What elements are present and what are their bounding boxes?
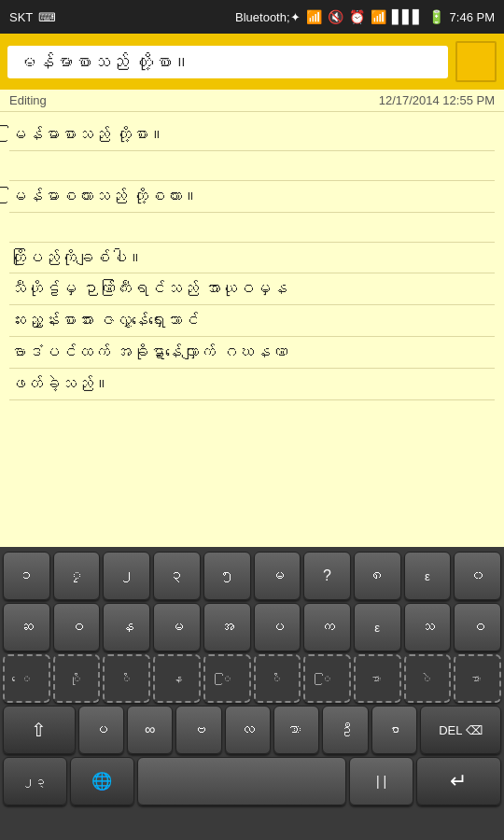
note-area: Editing 12/17/2014 12:55 PM မြန်မာစာသည် … [0, 90, 504, 547]
keyboard: ၁ ၠ ၂ ၃ ၅ မ ? ၈ ε ၀ ဆ ဝ န မ အ ပ က ε သ ဝ … [0, 547, 504, 840]
status-left: SKT ⌨ [9, 10, 56, 24]
editing-status: Editing [9, 93, 47, 107]
keyboard-row-5: ၂၃ 🌐 | | ↵ [3, 757, 501, 805]
num-switch-key[interactable]: ၂၃ [3, 757, 67, 805]
battery-icon: 🔋 [428, 9, 444, 24]
keyboard-row-1: ၁ ၠ ၂ ၃ ၅ မ ? ၈ ε ၀ [3, 552, 501, 600]
key-u[interactable]: ဦ [322, 706, 368, 754]
key-pa2[interactable]: ပ [78, 706, 124, 754]
pipe-key[interactable]: | | [349, 757, 413, 805]
note-line: မြန်မာစာသည် တို့စာ။ [9, 119, 495, 151]
key-mod-ra[interactable]: ြ [203, 654, 251, 703]
key-aa3[interactable]: ာ [273, 706, 319, 754]
enter-key[interactable]: ↵ [416, 757, 501, 805]
key-0[interactable]: ၀ [454, 552, 501, 600]
note-line: သီဟိုဠ်မှ ဉာဏ်ကြီးရင်သည် အာယုဝမှန [9, 273, 495, 305]
key-mod-n[interactable]: န [153, 654, 201, 703]
color-swatch[interactable] [455, 41, 497, 82]
note-line: ဆေးညွှန်းစာအား ဇလွှန်ရှေးဘောင် [9, 305, 495, 337]
alarm-icon: ⏰ [349, 9, 365, 24]
note-datetime: 12/17/2014 12:55 PM [379, 93, 495, 107]
key-wa[interactable]: ဝ [53, 603, 101, 651]
key-a[interactable]: အ [203, 603, 251, 651]
key-mod-i[interactable]: ိ [103, 654, 150, 703]
key-mod-ui[interactable]: ို [53, 654, 101, 703]
key-ka[interactable]: က [303, 603, 351, 651]
signal-icon: ▋▋▋ [392, 9, 423, 24]
note-line: ဗာဒံပင်ထက် အခိုဋာန်လျှောက် ဂဃနဏ [9, 337, 495, 369]
shift-key[interactable]: ⇧ [3, 706, 76, 754]
key-mod-e[interactable]: ေ [3, 654, 50, 703]
keyboard-icon: ⌨ [38, 10, 56, 24]
key-8[interactable]: ၈ [354, 552, 401, 600]
key-c[interactable]: ε [354, 603, 401, 651]
note-meta: Editing 12/17/2014 12:55 PM [0, 90, 504, 112]
note-line [9, 213, 495, 243]
status-right: Bluetooth;✦ 📶 🔇 ⏰ 📶 ▋▋▋ 🔋 7:46 PM [235, 9, 495, 24]
key-j[interactable]: ၠ [53, 552, 101, 600]
title-input[interactable] [7, 46, 448, 78]
note-line: ဖတ်ခဲ့သည်။ [9, 369, 495, 400]
note-content[interactable]: မြန်မာစာသည် တို့စာ။မြန်မာစကားသည် တို့စကာ… [0, 112, 504, 541]
key-pa[interactable]: ပ [254, 603, 301, 651]
keyboard-row-2: ဆ ဝ န မ အ ပ က ε သ ဝ [3, 603, 501, 651]
key-inf[interactable]: ∞ [127, 706, 173, 754]
key-2[interactable]: ၂ [103, 552, 150, 600]
note-line: တိုပြည်ကိုချစ်ပါ။ [9, 243, 495, 274]
key-1[interactable]: ၁ [3, 552, 50, 600]
bluetooth-icon: 📶 [306, 9, 322, 24]
key-0b[interactable]: ဝ [454, 603, 501, 651]
space-key[interactable] [137, 757, 347, 805]
key-na[interactable]: န [103, 603, 150, 651]
key-hsa[interactable]: ဆ [3, 603, 50, 651]
key-ma[interactable]: မ [254, 552, 301, 600]
keyboard-row-3: ေ ို ိ န ြ ိ ြ ာ ဲ ာ [3, 654, 501, 703]
key-la[interactable]: လ [225, 706, 271, 754]
note-line [9, 151, 495, 181]
title-bar [0, 34, 504, 90]
key-mod-dot[interactable]: ိ [254, 654, 301, 703]
keyboard-row-4: ⇧ ပ ∞ ဗ လ ာ ဦ ငာ DEL ⌫ [3, 706, 501, 754]
key-ma2[interactable]: မ [153, 603, 201, 651]
key-3[interactable]: ၃ [153, 552, 201, 600]
key-mod-aa[interactable]: ာ [354, 654, 401, 703]
key-tha[interactable]: သ [404, 603, 452, 651]
key-e[interactable]: ε [404, 552, 452, 600]
globe-key[interactable]: 🌐 [70, 757, 134, 805]
key-nga[interactable]: ငာ [371, 706, 417, 754]
bluetooth-icon: Bluetooth;✦ [235, 10, 301, 24]
key-mod-aa2[interactable]: ာ [454, 654, 501, 703]
key-mod-ei[interactable]: ဲ [404, 654, 452, 703]
key-5[interactable]: ၅ [203, 552, 251, 600]
wifi-icon: 📶 [371, 9, 386, 24]
status-bar: SKT ⌨ Bluetooth;✦ 📶 🔇 ⏰ 📶 ▋▋▋ 🔋 7:46 PM [0, 0, 504, 34]
note-line: မြန်မာစကားသည် တို့စကား။ [9, 181, 495, 213]
key-q[interactable]: ? [303, 552, 351, 600]
key-mod-r2[interactable]: ြ [303, 654, 351, 703]
time-label: 7:46 PM [450, 10, 495, 24]
carrier-label: SKT [9, 10, 33, 24]
key-ba[interactable]: ဗ [175, 706, 221, 754]
sound-icon: 🔇 [328, 9, 343, 24]
delete-key[interactable]: DEL ⌫ [420, 706, 501, 754]
